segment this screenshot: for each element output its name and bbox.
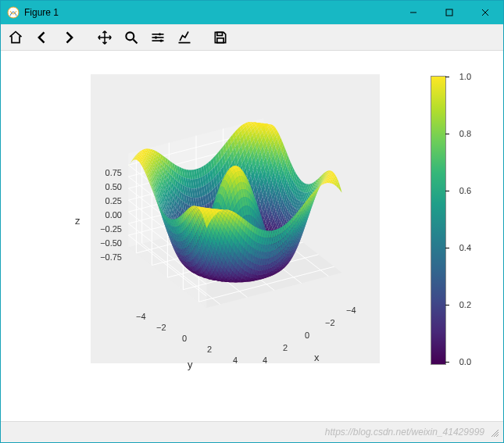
home-button[interactable] — [5, 27, 26, 48]
svg-point-12 — [160, 40, 163, 42]
z-tick: 0.00 — [84, 210, 122, 220]
y-tick: 4 — [233, 355, 238, 365]
y-tick: −2 — [156, 323, 166, 332]
svg-point-5 — [126, 32, 134, 40]
z-tick: 0.50 — [84, 182, 122, 191]
colorbar-tick: 0.4 — [459, 243, 471, 252]
z-tick: 0.25 — [84, 196, 122, 205]
colorbar-mark — [445, 134, 449, 134]
x-tick: −2 — [325, 318, 335, 327]
svg-rect-14 — [217, 38, 223, 43]
app-icon — [7, 6, 20, 19]
save-button[interactable] — [210, 27, 231, 48]
colorbar-tick: 0.6 — [459, 186, 471, 195]
x-tick: −4 — [346, 305, 356, 315]
x-axis-label: x — [314, 352, 320, 363]
close-button[interactable] — [467, 1, 503, 24]
y-tick: 0 — [182, 334, 187, 343]
mpl-toolbar — [1, 24, 503, 51]
svg-rect-13 — [217, 32, 223, 35]
svg-point-11 — [155, 36, 157, 38]
forward-button[interactable] — [59, 27, 79, 48]
colorbar-tick: 0.8 — [459, 129, 471, 138]
colorbar-mark — [445, 305, 449, 305]
y-axis-label: y — [188, 359, 193, 370]
pan-button[interactable] — [95, 27, 115, 48]
z-tick: 0.75 — [84, 168, 122, 177]
configure-subplots-button[interactable] — [148, 27, 168, 48]
svg-rect-2 — [446, 9, 452, 16]
y-tick: 2 — [207, 345, 212, 354]
watermark-text: https://blog.csdn.net/weixin_41429999 — [325, 427, 484, 438]
svg-point-10 — [159, 33, 161, 35]
surface-plot[interactable] — [91, 74, 380, 363]
figure-window: Figure 1 z 0.75 0.50 — [0, 0, 504, 443]
svg-point-0 — [8, 7, 19, 18]
colorbar-tick: 0.2 — [459, 300, 471, 309]
svg-line-6 — [134, 40, 138, 44]
statusbar: https://blog.csdn.net/weixin_41429999 — [1, 421, 503, 442]
edit-axes-button[interactable] — [174, 27, 195, 48]
x-tick: 0 — [305, 330, 309, 340]
x-tick: 4 — [263, 355, 267, 365]
y-tick: −4 — [136, 312, 146, 321]
z-tick: −0.50 — [84, 238, 122, 248]
zoom-button[interactable] — [121, 27, 141, 48]
z-tick: −0.75 — [84, 252, 122, 262]
resize-grip-icon[interactable] — [489, 427, 499, 437]
figure-canvas-area[interactable]: z 0.75 0.50 0.25 0.00 −0.25 −0.50 −0.75 … — [1, 51, 503, 421]
colorbar — [431, 76, 446, 365]
window-title: Figure 1 — [24, 7, 395, 18]
colorbar-mark — [445, 191, 449, 191]
colorbar-mark — [445, 77, 449, 77]
colorbar-mark — [445, 248, 449, 248]
colorbar-mark — [445, 362, 449, 363]
x-tick: 2 — [283, 343, 288, 352]
minimize-button[interactable] — [395, 1, 431, 24]
z-axis-label: z — [75, 215, 80, 227]
z-tick: −0.25 — [84, 224, 122, 234]
back-button[interactable] — [32, 27, 52, 48]
colorbar-tick: 1.0 — [459, 72, 471, 81]
colorbar-tick: 0.0 — [459, 357, 471, 366]
maximize-button[interactable] — [431, 1, 467, 24]
plot-container: z 0.75 0.50 0.25 0.00 −0.25 −0.50 −0.75 … — [31, 74, 473, 402]
titlebar[interactable]: Figure 1 — [1, 1, 503, 24]
